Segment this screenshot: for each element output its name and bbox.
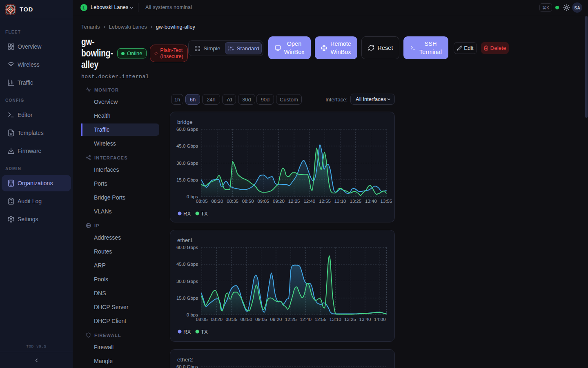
svg-text:RX: RX [183, 211, 191, 217]
svg-text:13:40: 13:40 [365, 199, 377, 204]
svg-text:13:25: 13:25 [344, 317, 356, 322]
svg-text:ether1: ether1 [177, 237, 193, 243]
svg-text:12:40: 12:40 [303, 199, 315, 204]
svg-text:13:10: 13:10 [330, 317, 341, 322]
svg-text:08:20: 08:20 [212, 199, 223, 204]
svg-text:RX: RX [183, 329, 191, 335]
svg-text:09:20: 09:20 [270, 317, 282, 322]
svg-text:TX: TX [201, 329, 208, 335]
svg-text:08:05: 08:05 [196, 317, 208, 322]
svg-text:15.0 Gbps: 15.0 Gbps [176, 177, 198, 182]
svg-text:15.0 Gbps: 15.0 Gbps [176, 296, 198, 301]
svg-text:08:05: 08:05 [196, 199, 208, 204]
svg-text:09:20: 09:20 [273, 199, 285, 204]
svg-text:12:40: 12:40 [300, 317, 312, 322]
svg-text:60.0 Gbps: 60.0 Gbps [176, 364, 198, 368]
svg-text:13:55: 13:55 [381, 199, 392, 204]
svg-text:09:05: 09:05 [257, 199, 269, 204]
svg-text:08:35: 08:35 [226, 317, 238, 322]
svg-text:45.0 Gbps: 45.0 Gbps [176, 144, 198, 148]
svg-text:09:05: 09:05 [255, 317, 267, 322]
svg-text:13:40: 13:40 [359, 317, 371, 322]
svg-text:12:25: 12:25 [288, 199, 300, 204]
svg-text:60.0 Gbps: 60.0 Gbps [176, 245, 198, 250]
svg-text:08:35: 08:35 [227, 199, 238, 204]
svg-text:08:50: 08:50 [241, 317, 252, 322]
svg-text:ether2: ether2 [177, 357, 193, 363]
svg-text:bridge: bridge [177, 119, 193, 125]
svg-text:12:55: 12:55 [315, 317, 327, 322]
svg-text:30.0 Gbps: 30.0 Gbps [176, 161, 198, 166]
svg-text:08:20: 08:20 [211, 317, 223, 322]
svg-text:13:25: 13:25 [350, 199, 361, 204]
svg-text:12:55: 12:55 [319, 199, 331, 204]
svg-text:08:50: 08:50 [242, 199, 254, 204]
svg-text:TX: TX [201, 211, 208, 217]
svg-text:12:25: 12:25 [285, 317, 297, 322]
svg-text:13:10: 13:10 [334, 199, 346, 204]
svg-text:45.0 Gbps: 45.0 Gbps [176, 262, 198, 267]
svg-text:14:00: 14:00 [374, 317, 386, 322]
svg-text:60.0 Gbps: 60.0 Gbps [176, 127, 198, 132]
svg-text:30.0 Gbps: 30.0 Gbps [176, 279, 198, 284]
